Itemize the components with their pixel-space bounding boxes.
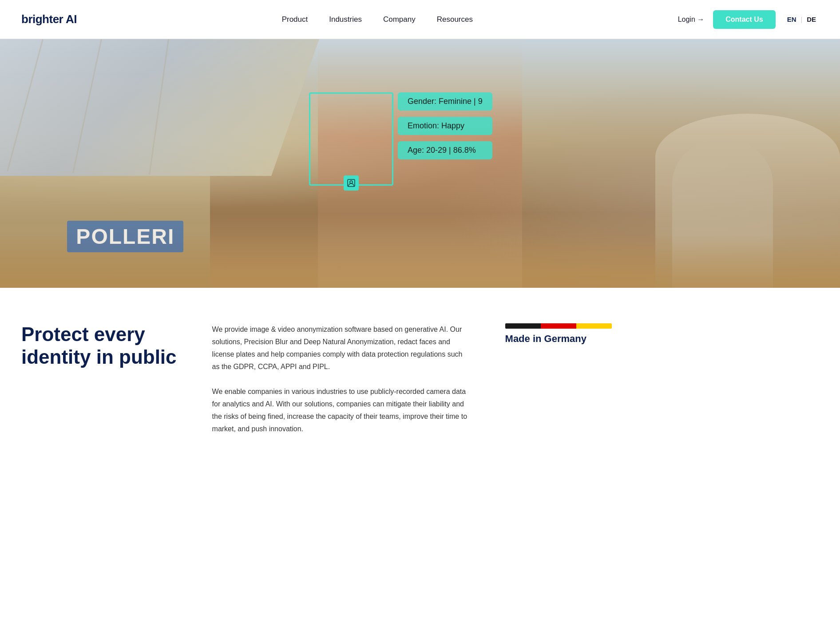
made-in-germany-label: Made in Germany xyxy=(505,333,586,345)
flag-yellow-stripe xyxy=(576,323,612,329)
content-heading-block: Protect every identity in public xyxy=(21,323,177,368)
hero-section: POLLERI Gender: Feminine | 9 Emotion: Ha… xyxy=(0,39,840,288)
lang-divider: | xyxy=(801,16,803,23)
paragraph-2: We enable companies in various industrie… xyxy=(212,386,470,435)
face-icon xyxy=(344,175,359,191)
emotion-tag: Emotion: Happy xyxy=(398,117,492,135)
paragraph-1: We provide image & video anonymization s… xyxy=(212,323,470,373)
ai-tags-container: Gender: Feminine | 9 Emotion: Happy Age:… xyxy=(398,92,492,159)
svg-point-1 xyxy=(350,181,353,183)
made-in-germany-badge: Made in Germany xyxy=(505,323,612,345)
nav-links: Product Industries Company Resources xyxy=(282,15,473,24)
main-heading: Protect every identity in public xyxy=(21,323,177,368)
ai-detection-overlay: Gender: Feminine | 9 Emotion: Happy Age:… xyxy=(384,92,492,159)
age-tag: Age: 20-29 | 86.8% xyxy=(398,141,492,159)
lang-de-button[interactable]: DE xyxy=(804,14,819,25)
login-button[interactable]: Login → xyxy=(678,16,705,24)
lang-en-button[interactable]: EN xyxy=(785,14,799,25)
flag-red-stripe xyxy=(541,323,576,329)
nav-industries[interactable]: Industries xyxy=(329,15,362,24)
nav-company[interactable]: Company xyxy=(383,15,416,24)
content-paragraphs: We provide image & video anonymization s… xyxy=(212,323,470,448)
navbar: brighter AI Product Industries Company R… xyxy=(0,0,840,39)
gender-tag: Gender: Feminine | 9 xyxy=(398,92,492,111)
nav-right: Login → Contact Us EN | DE xyxy=(678,10,819,29)
nav-product[interactable]: Product xyxy=(282,15,308,24)
face-detection-box xyxy=(309,92,393,186)
language-switcher: EN | DE xyxy=(785,14,819,25)
main-content: Protect every identity in public We prov… xyxy=(0,288,840,465)
logo[interactable]: brighter AI xyxy=(21,12,77,26)
german-flag xyxy=(505,323,612,329)
contact-us-button[interactable]: Contact Us xyxy=(713,10,775,29)
nav-resources[interactable]: Resources xyxy=(437,15,473,24)
flag-black-stripe xyxy=(505,323,541,329)
